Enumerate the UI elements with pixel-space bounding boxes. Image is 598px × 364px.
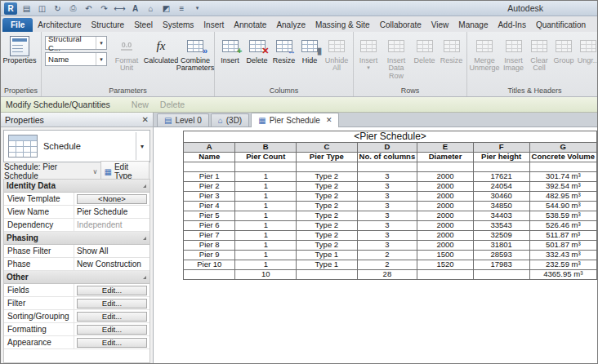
column-letter-cell[interactable]: E	[417, 143, 474, 153]
open-icon[interactable]	[20, 2, 33, 15]
panel-label-columns[interactable]: Columns	[215, 86, 353, 96]
cell-pier-height[interactable]: 30460	[473, 192, 529, 202]
properties-panel-header[interactable]: Properties ✕	[1, 113, 153, 127]
cell-diameter[interactable]: 1520	[417, 260, 474, 270]
cell-no-of-columns[interactable]: 3	[357, 231, 417, 241]
hide-column-button[interactable]: ▮ Hide	[297, 33, 322, 64]
insert-column-button[interactable]: + Insert	[216, 33, 243, 64]
cell-pier-type[interactable]: Type 2	[297, 182, 358, 192]
cell-name[interactable]: Pier 9	[184, 251, 235, 260]
cell-diameter[interactable]: 2000	[417, 172, 474, 182]
cell-pier-height[interactable]: 33543	[473, 221, 529, 231]
cell-pier-height[interactable]: 28593	[473, 251, 529, 260]
undo-icon[interactable]	[83, 2, 95, 15]
cell-pier-height[interactable]: 31801	[473, 241, 529, 251]
ribbon-tab[interactable]: Insert	[199, 19, 229, 32]
cell-diameter[interactable]: 2000	[417, 202, 474, 211]
cell-pier-count[interactable]: 1	[235, 231, 297, 241]
view-name-value[interactable]: Pier Schedule	[74, 206, 150, 218]
column-letter-cell[interactable]: G	[529, 143, 596, 153]
cell-pier-type[interactable]: Type 2	[297, 211, 358, 221]
cell-name[interactable]: Pier 4	[184, 202, 235, 211]
ribbon-tab[interactable]: Analyze	[271, 19, 310, 32]
thin-lines-icon[interactable]	[176, 2, 188, 15]
chevron-down-icon[interactable]: ▾	[96, 53, 106, 65]
ribbon-tab[interactable]: Steel	[129, 19, 158, 32]
cell-no-of-columns[interactable]: 2	[357, 260, 417, 270]
cell-diameter[interactable]: 1500	[417, 251, 474, 260]
cell-name[interactable]: Pier 6	[184, 221, 235, 231]
column-header-cell[interactable]: Diameter	[417, 153, 474, 162]
cell-pier-type[interactable]: Type 2	[297, 241, 358, 251]
chevron-down-icon[interactable]: ▾	[136, 132, 148, 160]
cell-no-of-columns[interactable]: 3	[357, 221, 417, 231]
schedule-canvas[interactable]: <Pier Schedule> ABCDEFG NamePier CountPi…	[154, 127, 597, 363]
cell-pier-type[interactable]: Type 2	[297, 172, 358, 182]
formatting-edit-button[interactable]: Edit...	[77, 325, 147, 335]
cell-pier-type[interactable]: Type 2	[297, 231, 358, 241]
sync-icon[interactable]	[51, 2, 64, 15]
column-letter-cell[interactable]: B	[235, 143, 297, 153]
close-tab-icon[interactable]: ✕	[326, 116, 332, 124]
ribbon-tab[interactable]: Architecture	[33, 19, 86, 32]
tab-file[interactable]: File	[2, 18, 33, 32]
cell-name[interactable]: Pier 5	[184, 211, 235, 221]
column-letter-cell[interactable]: C	[297, 143, 358, 153]
section-other[interactable]: Other	[4, 271, 150, 284]
filter-edit-button[interactable]: Edit...	[77, 299, 147, 309]
view-tab-level-0[interactable]: Level 0	[157, 113, 209, 127]
cell-name[interactable]: Pier 1	[184, 172, 235, 182]
cell-pier-height[interactable]: 34403	[473, 211, 529, 221]
cell-pier-count[interactable]: 1	[235, 211, 297, 221]
appearance-edit-button[interactable]: Edit...	[77, 338, 147, 348]
section-identity-data[interactable]: Identity Data	[4, 180, 150, 193]
delete-column-button[interactable]: ✕ Delete	[243, 33, 270, 64]
cell-pier-count[interactable]: 1	[235, 241, 297, 251]
panel-label-parameters[interactable]: Parameters	[42, 86, 214, 96]
view-tab-pier-schedule[interactable]: Pier Schedule ✕	[251, 113, 339, 127]
cell-name[interactable]: Pier 7	[184, 231, 235, 241]
name-dropdown[interactable]: Name ▾	[45, 52, 107, 66]
phase-value[interactable]: New Construction	[74, 258, 150, 270]
print-icon[interactable]	[67, 2, 79, 15]
cell-name[interactable]: Pier 10	[184, 260, 235, 270]
panel-label-properties[interactable]: Properties	[1, 86, 41, 96]
column-header-cell[interactable]: No. of columns	[357, 153, 417, 162]
cell-pier-height[interactable]: 17983	[473, 260, 529, 270]
cell-no-of-columns[interactable]: 3	[357, 241, 417, 251]
ribbon-tab[interactable]: Manage	[453, 19, 493, 32]
cell-concrete-volume[interactable]: 511.87 m³	[529, 231, 596, 241]
cell-no-of-columns[interactable]: 3	[357, 192, 417, 202]
cell-name[interactable]: Pier 2	[184, 182, 235, 192]
cell-diameter[interactable]: 2000	[417, 231, 474, 241]
cell-concrete-volume[interactable]: 232.59 m³	[529, 260, 596, 270]
cell-pier-count[interactable]: 1	[235, 260, 297, 270]
phase-filter-value[interactable]: Show All	[74, 245, 150, 257]
revit-logo[interactable]: R	[4, 2, 17, 15]
category-dropdown[interactable]: Structural C... ▾	[45, 36, 107, 50]
sorting-grouping-edit-button[interactable]: Edit...	[77, 312, 147, 322]
view-template-value-button[interactable]: <None>	[77, 194, 147, 204]
cell-no-of-columns[interactable]: 3	[357, 202, 417, 211]
column-header-cell[interactable]: Concrete Volume	[529, 153, 596, 162]
panel-label-titles-headers[interactable]: Titles & Headers	[467, 86, 597, 96]
ribbon-tab[interactable]: Annotate	[229, 19, 271, 32]
section-phasing[interactable]: Phasing	[4, 232, 150, 245]
cell-concrete-volume[interactable]: 538.59 m³	[529, 211, 596, 221]
cell-pier-height[interactable]: 34850	[473, 202, 529, 211]
cell-pier-count[interactable]: 1	[235, 172, 297, 182]
column-letter-cell[interactable]: A	[184, 143, 235, 153]
cell-pier-count[interactable]: 1	[235, 221, 297, 231]
chevron-down-icon[interactable]: ▾	[96, 37, 106, 49]
ribbon-tab[interactable]: View	[426, 19, 454, 32]
column-header-cell[interactable]: Name	[184, 153, 235, 162]
cell-concrete-volume[interactable]: 501.87 m³	[529, 241, 596, 251]
ribbon-tab[interactable]: Structure	[87, 19, 130, 32]
cell-concrete-volume[interactable]: 392.54 m³	[529, 182, 596, 192]
resize-column-button[interactable]: ↔ Resize	[270, 33, 297, 64]
cell-no-of-columns[interactable]: 3	[357, 182, 417, 192]
text-icon[interactable]	[129, 2, 141, 15]
cell-no-of-columns[interactable]: 2	[357, 251, 417, 260]
calculated-button[interactable]: fx Calculated	[144, 33, 178, 64]
selector-dropdown-icon[interactable]: ∨	[93, 168, 98, 175]
